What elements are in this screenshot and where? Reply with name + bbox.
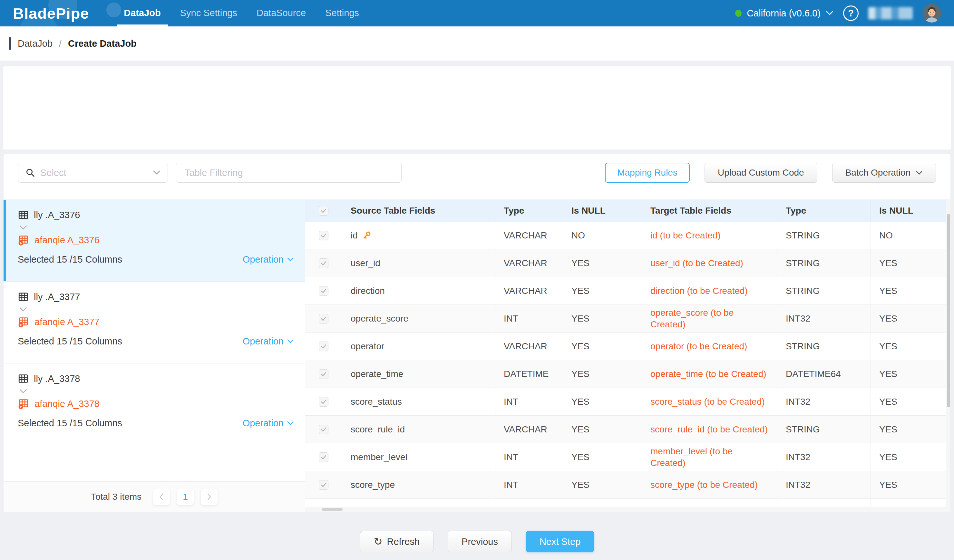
source-type-cell: VARCHAR xyxy=(495,416,563,443)
select-placeholder: Select xyxy=(40,168,148,178)
row-checkbox[interactable] xyxy=(319,314,329,324)
source-isnull-cell: YES xyxy=(563,388,642,415)
horizontal-scrollbar xyxy=(305,507,946,512)
prev-page-button[interactable] xyxy=(153,488,170,505)
app-logo[interactable]: BladePipe xyxy=(13,5,89,22)
field-mapping-row: operate_time DATETIME YES operate_time (… xyxy=(305,360,946,388)
horizontal-scrollbar-thumb[interactable] xyxy=(322,508,343,511)
nav-right-cluster: California (v0.6.0) ? xyxy=(735,4,941,23)
row-checkbox-cell xyxy=(305,305,342,332)
operation-link[interactable]: Operation xyxy=(243,254,294,265)
nav-tab-datajob[interactable]: DataJob xyxy=(114,0,170,26)
target-field-cell: member_level (to be Created) xyxy=(642,443,777,471)
row-checkbox[interactable] xyxy=(319,397,329,407)
source-isnull-cell: YES xyxy=(563,305,642,332)
target-type-cell: STRING xyxy=(777,277,871,305)
mapping-rules-button[interactable]: Mapping Rules xyxy=(605,163,690,183)
row-checkbox[interactable] xyxy=(319,206,329,216)
source-field-name: score_type xyxy=(351,479,395,491)
target-isnull-cell: YES xyxy=(871,333,946,360)
next-step-button[interactable]: Next Step xyxy=(526,531,594,552)
environment-selector[interactable]: California (v0.6.0) xyxy=(735,8,834,19)
previous-button[interactable]: Previous xyxy=(448,531,512,552)
row-checkbox-cell xyxy=(305,360,342,387)
table-select-dropdown[interactable]: Select xyxy=(18,163,168,183)
table-filtering-input[interactable] xyxy=(176,163,402,183)
check-icon xyxy=(320,315,327,322)
target-field-cell: direction (to be Created) xyxy=(642,277,777,305)
operation-link[interactable]: Operation xyxy=(243,418,294,429)
nav-tab-sync-settings[interactable]: Sync Settings xyxy=(170,0,247,26)
field-mapping-row: id VARCHAR NO id (to be Created) STRING … xyxy=(305,222,946,249)
col-header-target-fields: Target Table Fields xyxy=(642,200,777,222)
target-isnull-cell: YES xyxy=(871,388,946,415)
vertical-scrollbar-thumb[interactable] xyxy=(947,214,950,407)
source-type-cell: DATETIME xyxy=(495,360,563,387)
expand-chevron-icon[interactable] xyxy=(19,225,294,230)
nav-tab-settings[interactable]: Settings xyxy=(315,0,369,26)
source-field-name: user_id xyxy=(351,257,380,269)
source-table-icon xyxy=(18,373,29,384)
upload-custom-code-button[interactable]: Upload Custom Code xyxy=(705,163,817,183)
page-number-button[interactable]: 1 xyxy=(177,488,194,505)
row-checkbox[interactable] xyxy=(319,231,329,240)
target-type-cell: STRING xyxy=(777,333,871,360)
target-field-cell: score_rule_id (to be Created) xyxy=(642,416,777,443)
selected-columns-label: Selected 15 /15 Columns xyxy=(18,336,122,347)
breadcrumb-separator: / xyxy=(59,38,62,49)
field-mapping-row: member_level INT YES member_level (to be… xyxy=(305,443,946,471)
table-pair-item[interactable]: lly .A_3378 afanqie A_3378 Selected 15 /… xyxy=(3,364,305,445)
field-mapping-row: user_id VARCHAR YES user_id (to be Creat… xyxy=(305,249,946,277)
source-field-cell: id xyxy=(342,222,495,249)
next-page-button[interactable] xyxy=(201,488,218,505)
avatar[interactable] xyxy=(923,4,941,23)
toolbar-buttons: Mapping Rules Upload Custom Code Batch O… xyxy=(605,163,936,183)
row-checkbox-cell xyxy=(305,222,342,249)
target-type-cell: STRING xyxy=(777,249,871,277)
row-checkbox-cell xyxy=(305,443,342,471)
row-checkbox[interactable] xyxy=(319,342,329,351)
operation-link[interactable]: Operation xyxy=(243,336,294,347)
source-field-name: id xyxy=(351,230,358,241)
wizard-stepper: DataSource Properties Tables4Data Proces… xyxy=(3,66,951,149)
row-checkbox-cell xyxy=(305,471,342,498)
row-checkbox[interactable] xyxy=(319,453,329,462)
source-field-cell: score_status xyxy=(342,388,495,415)
check-icon xyxy=(320,260,327,267)
source-isnull-cell: YES xyxy=(563,443,642,471)
target-field-cell: score_type (to be Created) xyxy=(642,471,777,498)
breadcrumb-item-datajob[interactable]: DataJob xyxy=(18,38,53,49)
field-mapping-row: direction VARCHAR YES direction (to be C… xyxy=(305,277,946,305)
nav-tab-datasource[interactable]: DataSource xyxy=(247,0,315,26)
source-field-cell: operate_score xyxy=(342,305,495,332)
table-pair-item[interactable]: lly .A_3376 afanqie A_3376 Selected 15 /… xyxy=(3,200,305,282)
source-table-name: lly .A_3377 xyxy=(34,292,80,302)
data-processing-panel: Select Mapping Rules Upload Custom Code … xyxy=(3,154,951,512)
source-type-cell: VARCHAR xyxy=(495,333,563,360)
table-pair-item[interactable]: lly .A_3377 afanqie A_3377 Selected 15 /… xyxy=(3,282,305,364)
batch-operation-button[interactable]: Batch Operation xyxy=(832,163,936,183)
source-type-cell: VARCHAR xyxy=(495,222,563,249)
row-checkbox[interactable] xyxy=(319,258,329,268)
source-field-cell: direction xyxy=(342,277,495,305)
source-table-name: lly .A_3378 xyxy=(34,373,80,384)
row-checkbox-cell xyxy=(305,333,342,360)
expand-chevron-icon[interactable] xyxy=(19,307,294,312)
row-checkbox[interactable] xyxy=(319,286,329,296)
total-items-label: Total 3 items xyxy=(91,492,142,502)
target-isnull-cell: YES xyxy=(871,249,946,277)
target-field-cell: operate_score (to be Created) xyxy=(642,305,777,332)
source-field-name: direction xyxy=(351,285,385,297)
row-checkbox[interactable] xyxy=(319,480,329,490)
target-isnull-cell: NO xyxy=(871,222,946,249)
help-icon[interactable]: ? xyxy=(843,5,859,21)
target-table-icon xyxy=(18,398,29,409)
chevron-right-icon xyxy=(207,493,212,501)
refresh-button[interactable]: ↻ Refresh xyxy=(360,531,433,552)
row-checkbox[interactable] xyxy=(319,425,329,434)
expand-chevron-icon[interactable] xyxy=(19,389,294,394)
field-mapping-row: operate_score INT YES operate_score (to … xyxy=(305,305,946,333)
pagination-bar: Total 3 items 1 xyxy=(3,481,305,512)
check-icon xyxy=(320,426,327,433)
row-checkbox[interactable] xyxy=(319,369,329,379)
